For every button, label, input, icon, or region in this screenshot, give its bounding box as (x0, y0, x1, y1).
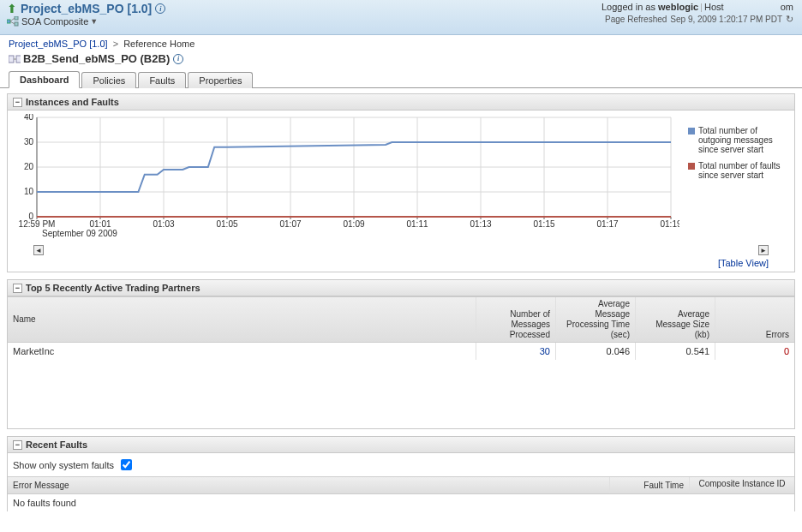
svg-text:01:07: 01:07 (279, 219, 301, 229)
svg-text:01:09: 01:09 (343, 219, 364, 229)
refresh-icon[interactable]: ↻ (786, 14, 793, 25)
chart: 01020304012:59 PM01:0101:0301:0501:0701:… (11, 114, 685, 244)
col-avg-time: Average Message Processing Time (sec) (555, 297, 635, 342)
cell-processed[interactable]: 30 (540, 346, 550, 356)
faults-header-row: Error Message Fault Time Composite Insta… (8, 476, 794, 494)
tab-policies[interactable]: Policies (81, 72, 136, 88)
scroll-left-icon[interactable]: ◄ (33, 245, 44, 255)
page-refreshed: Page Refreshed Sep 9, 2009 1:20:17 PM PD… (602, 14, 793, 25)
collapse-icon[interactable]: − (13, 284, 22, 293)
collapse-icon[interactable]: − (13, 440, 22, 450)
panel-title: Top 5 Recently Active Trading Partners (26, 283, 200, 293)
username: weblogic (658, 2, 698, 12)
col-fault-time: Fault Time (609, 477, 689, 493)
cell-avg-time: 0.046 (555, 343, 635, 360)
page-title: B2B_Send_ebMS_PO (B2B) (23, 52, 170, 65)
login-info: Logged in as weblogic|Host om (602, 2, 793, 12)
col-composite-instance: Composite Instance ID (689, 477, 794, 493)
svg-text:01:19: 01:19 (660, 219, 679, 229)
up-arrow-icon[interactable]: ⬆ (7, 2, 17, 15)
filter-label: Show only system faults (13, 460, 114, 470)
info-icon[interactable]: i (173, 54, 183, 64)
col-avg-size: Average Message Size (kb) (635, 297, 715, 342)
tab-faults[interactable]: Faults (138, 72, 186, 88)
legend-label: Total number of faults since server star… (698, 161, 791, 180)
recent-faults-panel: − Recent Faults Show only system faults … (7, 436, 795, 511)
svg-text:40: 40 (24, 114, 34, 122)
b2b-icon (9, 54, 21, 64)
instances-faults-panel: − Instances and Faults 01020304012:59 PM… (7, 93, 795, 272)
table-row: MarketInc 30 0.046 0.541 0 (8, 343, 794, 360)
breadcrumb-link[interactable]: Project_ebMS_PO [1.0] (9, 39, 108, 49)
svg-line-3 (10, 18, 15, 21)
trading-partners-panel: − Top 5 Recently Active Trading Partners… (7, 279, 795, 429)
soa-composite-icon (7, 16, 19, 27)
col-name: Name (8, 297, 476, 342)
svg-text:01:17: 01:17 (596, 219, 618, 229)
collapse-icon[interactable]: − (13, 98, 22, 107)
table-header-row: Name Number of Messages Processed Averag… (8, 296, 794, 343)
tab-bar: Dashboard Policies Faults Properties (0, 70, 802, 88)
show-system-faults-checkbox[interactable] (121, 459, 132, 470)
project-title[interactable]: Project_ebMS_PO [1.0] (21, 2, 152, 15)
svg-text:01:15: 01:15 (533, 219, 554, 229)
svg-rect-0 (7, 20, 10, 23)
panel-title: Recent Faults (26, 439, 87, 450)
faults-empty: No faults found (8, 494, 794, 511)
breadcrumb-current: Reference Home (123, 39, 195, 49)
svg-line-4 (10, 21, 15, 24)
tab-properties[interactable]: Properties (188, 72, 253, 88)
svg-text:01:11: 01:11 (406, 219, 428, 229)
composite-menu-label: SOA Composite (21, 16, 88, 27)
chevron-down-icon: ▼ (90, 17, 98, 26)
svg-text:12:59 PM: 12:59 PM (19, 219, 56, 229)
info-icon[interactable]: i (155, 3, 165, 14)
col-error-message: Error Message (8, 477, 609, 493)
legend-swatch-messages (688, 128, 695, 134)
panel-title: Instances and Faults (26, 97, 119, 107)
cell-name: MarketInc (8, 343, 476, 360)
table-view-link[interactable]: [Table View] (718, 258, 769, 268)
chart-legend: Total number of outgoing messages since … (685, 114, 791, 244)
col-errors: Errors (715, 297, 794, 342)
chart-scrollbar[interactable]: ◄ ► (8, 244, 794, 258)
svg-rect-6 (16, 56, 21, 63)
tab-dashboard[interactable]: Dashboard (9, 71, 80, 88)
svg-rect-5 (9, 56, 14, 63)
svg-text:30: 30 (24, 137, 34, 146)
svg-text:20: 20 (24, 162, 34, 171)
svg-text:01:05: 01:05 (216, 219, 237, 229)
svg-text:01:03: 01:03 (153, 219, 174, 229)
svg-text:September 09 2009: September 09 2009 (42, 229, 117, 238)
page-header: ⬆ Project_ebMS_PO [1.0] i SOA Composite … (0, 0, 802, 35)
cell-errors: 0 (715, 343, 794, 360)
svg-text:01:01: 01:01 (89, 219, 111, 229)
svg-rect-1 (15, 16, 18, 20)
svg-rect-2 (15, 22, 18, 26)
svg-text:01:13: 01:13 (470, 219, 491, 229)
legend-label: Total number of outgoing messages since … (698, 126, 791, 154)
cell-avg-size: 0.541 (635, 343, 715, 360)
col-processed: Number of Messages Processed (476, 297, 555, 342)
svg-text:10: 10 (24, 187, 34, 196)
scroll-right-icon[interactable]: ► (758, 245, 769, 255)
legend-swatch-faults (688, 163, 695, 170)
breadcrumb: Project_ebMS_PO [1.0] > Reference Home (0, 35, 802, 51)
